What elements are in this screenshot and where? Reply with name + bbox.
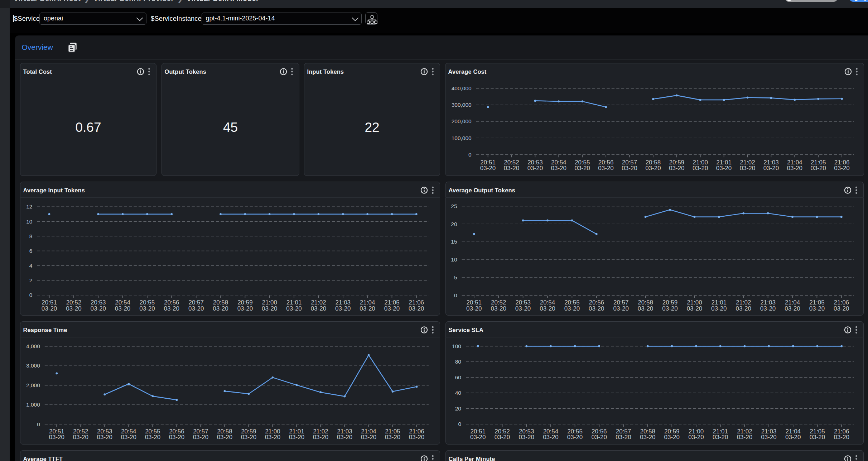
svg-text:03-20: 03-20 — [662, 305, 677, 312]
svg-text:03-20: 03-20 — [540, 305, 555, 312]
svg-text:03-20: 03-20 — [361, 434, 376, 441]
svg-text:0: 0 — [468, 152, 472, 158]
svg-text:0: 0 — [29, 292, 33, 298]
svg-text:03-20: 03-20 — [785, 305, 800, 312]
svg-text:100,000: 100,000 — [452, 135, 472, 141]
svg-text:03-20: 03-20 — [688, 434, 704, 441]
svg-text:4,000: 4,000 — [26, 343, 40, 349]
svg-text:03-20: 03-20 — [466, 305, 482, 312]
svg-text:03-20: 03-20 — [809, 305, 825, 312]
svg-text:8: 8 — [29, 233, 33, 239]
svg-text:03-20: 03-20 — [834, 165, 849, 172]
svg-text:03-20: 03-20 — [73, 434, 88, 441]
svg-text:03-20: 03-20 — [622, 165, 637, 172]
svg-text:100: 100 — [452, 343, 461, 349]
svg-text:03-20: 03-20 — [188, 305, 204, 312]
svg-text:03-20: 03-20 — [335, 305, 351, 312]
svg-text:03-20: 03-20 — [810, 434, 825, 441]
svg-text:25: 25 — [451, 203, 457, 209]
svg-text:40: 40 — [455, 390, 462, 396]
svg-text:03-20: 03-20 — [66, 305, 81, 312]
svg-text:03-20: 03-20 — [217, 434, 232, 441]
svg-text:03-20: 03-20 — [213, 305, 228, 312]
svg-text:2,000: 2,000 — [26, 382, 40, 388]
svg-text:12: 12 — [26, 203, 32, 210]
svg-text:03-20: 03-20 — [49, 434, 64, 441]
svg-text:03-20: 03-20 — [589, 305, 604, 312]
svg-text:03-20: 03-20 — [409, 305, 424, 312]
svg-text:5: 5 — [454, 274, 457, 280]
svg-text:03-20: 03-20 — [139, 305, 155, 312]
svg-text:03-20: 03-20 — [145, 434, 160, 441]
svg-text:60: 60 — [455, 374, 462, 380]
svg-text:03-20: 03-20 — [237, 305, 253, 312]
svg-text:15: 15 — [451, 239, 457, 245]
svg-text:03-20: 03-20 — [592, 434, 607, 441]
svg-text:03-20: 03-20 — [286, 305, 302, 312]
svg-text:03-20: 03-20 — [693, 165, 708, 172]
svg-text:03-20: 03-20 — [574, 165, 590, 172]
svg-text:03-20: 03-20 — [616, 434, 631, 441]
svg-text:03-20: 03-20 — [669, 165, 684, 172]
svg-text:3,000: 3,000 — [26, 362, 40, 369]
svg-text:03-20: 03-20 — [834, 434, 849, 441]
svg-text:03-20: 03-20 — [289, 434, 304, 441]
svg-text:03-20: 03-20 — [265, 434, 280, 441]
svg-text:03-20: 03-20 — [169, 434, 184, 441]
svg-text:6: 6 — [29, 248, 33, 254]
svg-text:1,000: 1,000 — [26, 402, 40, 408]
svg-text:03-20: 03-20 — [736, 305, 751, 312]
svg-text:03-20: 03-20 — [567, 434, 583, 441]
svg-text:03-20: 03-20 — [491, 305, 506, 312]
svg-text:03-20: 03-20 — [384, 305, 400, 312]
svg-text:80: 80 — [455, 359, 462, 365]
svg-text:03-20: 03-20 — [711, 305, 727, 312]
svg-text:03-20: 03-20 — [664, 434, 680, 441]
svg-text:0: 0 — [37, 421, 40, 427]
svg-text:03-20: 03-20 — [713, 434, 728, 441]
svg-text:03-20: 03-20 — [640, 434, 655, 441]
svg-text:03-20: 03-20 — [613, 305, 628, 312]
svg-text:03-20: 03-20 — [495, 434, 510, 441]
svg-text:03-20: 03-20 — [761, 434, 776, 441]
svg-text:03-20: 03-20 — [687, 305, 702, 312]
svg-text:03-20: 03-20 — [42, 305, 57, 312]
svg-text:03-20: 03-20 — [504, 165, 519, 172]
svg-text:0: 0 — [454, 292, 457, 298]
svg-text:03-20: 03-20 — [551, 165, 566, 172]
svg-text:03-20: 03-20 — [763, 165, 779, 172]
svg-text:03-20: 03-20 — [164, 305, 179, 312]
svg-text:03-20: 03-20 — [785, 434, 801, 441]
svg-text:03-20: 03-20 — [313, 434, 328, 441]
svg-text:300,000: 300,000 — [452, 102, 472, 108]
svg-text:03-20: 03-20 — [519, 434, 534, 441]
svg-text:03-20: 03-20 — [193, 434, 208, 441]
svg-text:400,000: 400,000 — [452, 85, 472, 91]
svg-text:03-20: 03-20 — [645, 165, 661, 172]
svg-text:03-20: 03-20 — [262, 305, 277, 312]
svg-text:03-20: 03-20 — [834, 305, 849, 312]
svg-text:2: 2 — [29, 277, 33, 283]
svg-text:10: 10 — [26, 219, 33, 225]
svg-text:03-20: 03-20 — [740, 165, 755, 172]
svg-text:4: 4 — [29, 263, 33, 269]
svg-text:03-20: 03-20 — [787, 165, 802, 172]
svg-text:03-20: 03-20 — [515, 305, 531, 312]
svg-text:20: 20 — [451, 221, 457, 227]
svg-text:03-20: 03-20 — [337, 434, 352, 441]
svg-text:03-20: 03-20 — [241, 434, 256, 441]
svg-text:03-20: 03-20 — [564, 305, 580, 312]
svg-text:200,000: 200,000 — [452, 118, 472, 124]
svg-text:03-20: 03-20 — [480, 165, 496, 172]
svg-text:10: 10 — [451, 256, 457, 263]
svg-text:03-20: 03-20 — [760, 305, 776, 312]
svg-text:03-20: 03-20 — [737, 434, 752, 441]
svg-text:03-20: 03-20 — [598, 165, 613, 172]
svg-text:03-20: 03-20 — [91, 305, 106, 312]
svg-text:03-20: 03-20 — [638, 305, 653, 312]
svg-text:03-20: 03-20 — [115, 305, 130, 312]
svg-text:03-20: 03-20 — [97, 434, 112, 441]
svg-text:03-20: 03-20 — [810, 165, 826, 172]
svg-text:03-20: 03-20 — [716, 165, 732, 172]
svg-text:03-20: 03-20 — [470, 434, 486, 441]
